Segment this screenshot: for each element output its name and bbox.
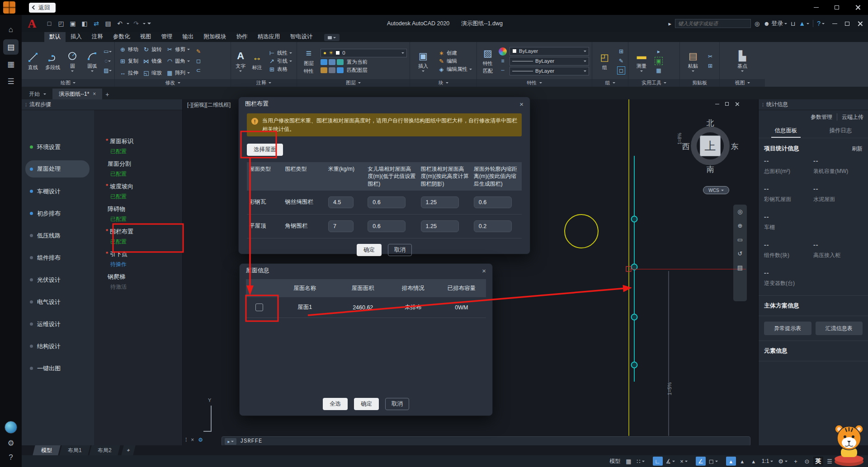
layers-icon[interactable]: ▦ [0,56,22,73]
zoom-extents-icon[interactable]: ▭ [737,236,743,243]
annotation-scale-icon[interactable]: ▴ [749,457,759,466]
command-recent-icon[interactable]: ▸ [225,438,236,445]
grid-toggle-icon[interactable]: ▦ [623,457,633,466]
save-icon[interactable]: ▣ [68,19,78,28]
tab-info-panel[interactable]: 信息面板 [759,124,813,138]
compass-east[interactable]: 东 [729,141,740,152]
substep-down-point[interactable]: *引下点 待操作 [106,250,182,273]
flow-step-structure[interactable]: 结构设计 [22,335,94,357]
tab-layout2[interactable]: 布局2 [89,445,120,455]
tab-parametric[interactable]: 参数化 [108,32,135,42]
measure-button[interactable]: ▬ 测量 [631,50,652,72]
lineweight-select[interactable]: ByLayer [509,57,589,65]
doc-close-button[interactable] [733,100,741,107]
basepoint-button[interactable]: ▙ 基点 [732,50,753,72]
list-icon[interactable]: ☰ [0,73,22,90]
dimension-button[interactable]: ↔ 标注 [250,51,264,71]
refresh-link[interactable]: 刷新 [852,145,863,153]
viewport-controls[interactable]: [-][俯视][二维线框] [187,101,231,109]
param-management-link[interactable]: 参数管理 [811,113,832,121]
tab-default[interactable]: 默认 [44,32,66,42]
undo-caret-icon[interactable] [127,23,129,24]
arc-button[interactable]: 圆弧 [84,50,101,72]
avatar[interactable] [5,421,17,434]
app-store-cart-icon[interactable]: ⊔ [791,20,795,27]
insert-block-button[interactable]: ▣ 插入 [413,50,434,72]
help-icon[interactable]: ? [0,453,22,462]
layer-tool-icon[interactable] [329,67,335,73]
project-panel-icon[interactable]: ▤ [0,38,22,56]
tab-layout1[interactable]: 布局1 [59,445,90,455]
scale-button[interactable]: ◱缩放 [141,70,164,76]
polyline-button[interactable]: 多段线 [44,51,61,71]
cloud-upload-link[interactable]: 云端上传 [842,113,863,121]
full-nav-wheel-icon[interactable]: ◎ [737,208,742,215]
panel-label-clipboard[interactable]: 剪贴板 [680,79,719,87]
isolate-objects-icon[interactable]: ⊙ [802,457,812,466]
panel-label-properties[interactable]: 特性 [477,79,592,87]
redo-caret-icon[interactable] [143,23,146,24]
select-window-icon[interactable]: ▣ [655,57,663,65]
tab-insert[interactable]: 插入 [66,32,87,42]
orbit-icon[interactable]: ↺ [738,250,743,257]
annotation-autoscale-icon[interactable]: ▴ [737,457,747,466]
tab-view[interactable]: 视图 [135,32,156,42]
substep-fence-layout[interactable]: *围栏布置 已配置 [106,228,182,250]
ribbon-display-toggle[interactable] [324,34,340,41]
cancel-button[interactable]: 取消 [388,244,412,256]
layer-tool-icon[interactable] [337,67,344,73]
tab-collaborate[interactable]: 协作 [231,32,253,42]
search-go-icon[interactable]: ▸ [669,20,672,27]
combiner-table-button[interactable]: 汇流信息表 [816,322,863,335]
close-commandline-icon[interactable]: × [191,437,194,443]
roof-table-row[interactable]: 屋面1 2460.62 未排布 0WM [246,297,486,318]
autodesk-menu[interactable]: ▲ [799,20,809,27]
main-scheme-section[interactable]: 主体方案信息 [759,296,868,316]
color-wheel-icon[interactable] [499,47,507,56]
ungroup-icon[interactable]: ⊞ [617,47,625,56]
wcs-menu[interactable]: WCS [703,186,729,194]
copy-button[interactable]: ⊞复制 [118,58,140,65]
object-snap-tracking-icon[interactable]: ∠ [696,457,706,466]
object-snap-icon[interactable]: ◻ [707,457,720,466]
flow-step-om[interactable]: 运维设计 [22,313,94,335]
tab-addins[interactable]: 附加模块 [199,32,231,42]
ok-button[interactable]: 确定 [357,244,382,256]
match-layer-button[interactable]: 匹配图层 [345,67,369,74]
paste-button[interactable]: ▤ 粘贴 [683,50,703,72]
abnormal-table-button[interactable]: 异常提示表 [764,322,811,335]
quick-calc-icon[interactable]: ▦ [655,66,663,75]
acad-close-button[interactable] [854,15,866,32]
back-button[interactable]: 返回 [29,3,56,13]
command-line[interactable]: ▸ JSRFFE [222,436,750,445]
flow-step-electrical[interactable]: 电气设计 [22,291,94,313]
help-menu[interactable]: ? [817,20,825,27]
pan-icon[interactable]: ⊕ [738,222,743,229]
tab-output[interactable]: 输出 [178,32,199,42]
tab-operation-log[interactable]: 操作日志 [813,124,868,138]
substep-steel-ladder[interactable]: 钢爬梯 待激活 [106,273,182,295]
flow-step-preliminary[interactable]: 初步排布 [22,202,94,224]
layer-properties-button[interactable]: ≡ 图层特性 [300,47,318,75]
group-button[interactable]: ◰ 组 [595,51,614,71]
substep-roof-split[interactable]: 屋面分割 已配置 [106,160,182,182]
search-binoculars-icon[interactable]: ◎ [755,20,760,27]
compass-south[interactable]: 南 [705,164,716,175]
explode-icon[interactable]: ◻ [194,57,203,65]
circle-button[interactable]: 圆 [64,50,81,72]
table-button[interactable]: ⊞表格 [267,66,294,73]
weight-input[interactable] [328,220,354,232]
substep-obstacle[interactable]: 障碍物 已配置 [106,205,182,228]
cancel-button[interactable]: 取消 [385,398,409,410]
close-button[interactable] [847,0,868,15]
element-info-section[interactable]: 元素信息 [759,341,868,361]
acad-minimize-button[interactable] [828,15,841,32]
doc-restore-button[interactable] [723,100,731,107]
viewcube-top[interactable]: 上 [700,135,721,156]
inset-distance-input[interactable] [474,220,512,232]
fence-top-height-input[interactable] [421,196,459,208]
customize-wrench-icon[interactable]: ⚙ [198,437,203,443]
ok-button[interactable]: 确定 [354,398,379,410]
stats-panel-header[interactable]: ⁞ 统计信息 [759,99,868,110]
linetype-select[interactable]: ByLayer [509,67,589,75]
